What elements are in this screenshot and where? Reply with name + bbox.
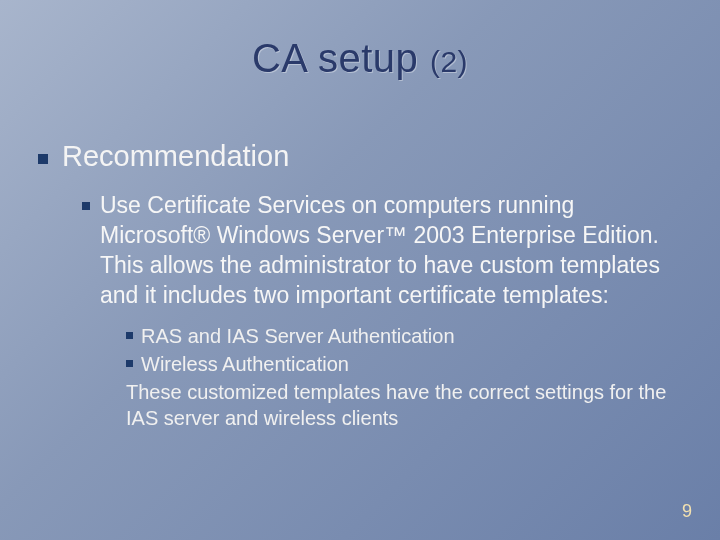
- bullet-level2-text: Use Certificate Services on computers ru…: [100, 191, 682, 311]
- bullet-level1: Recommendation: [38, 140, 682, 173]
- square-bullet-icon: [38, 154, 48, 164]
- level3-trailer-text: These customized templates have the corr…: [126, 379, 682, 431]
- bullet-level3-text: RAS and IAS Server Authentication: [141, 323, 682, 349]
- bullet-level3-text: Wireless Authentication: [141, 351, 682, 377]
- content-area: Recommendation Use Certificate Services …: [38, 140, 682, 431]
- slide: CA setup (2) Recommendation Use Certific…: [0, 0, 720, 540]
- square-bullet-icon: [82, 202, 90, 210]
- bullet-level1-text: Recommendation: [62, 140, 289, 172]
- slide-title: CA setup (2): [0, 36, 720, 81]
- bullet-level3: RAS and IAS Server Authentication: [126, 323, 682, 349]
- bullet-level2: Use Certificate Services on computers ru…: [82, 191, 682, 311]
- title-sub: (2): [430, 45, 468, 78]
- square-bullet-icon: [126, 360, 133, 367]
- page-number: 9: [682, 501, 692, 522]
- level2-group: Use Certificate Services on computers ru…: [82, 191, 682, 431]
- level3-group: RAS and IAS Server Authentication Wirele…: [126, 323, 682, 431]
- square-bullet-icon: [126, 332, 133, 339]
- title-main: CA setup: [252, 36, 418, 80]
- bullet-level3: Wireless Authentication: [126, 351, 682, 377]
